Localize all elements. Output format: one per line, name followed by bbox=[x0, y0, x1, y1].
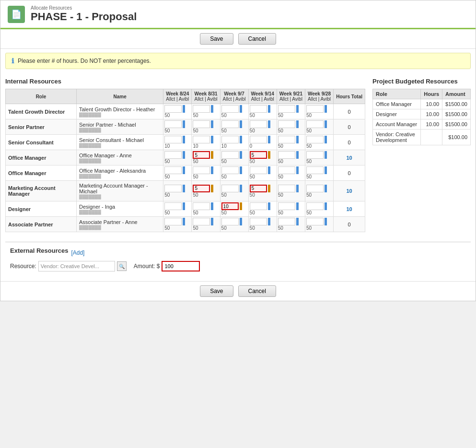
avail-bar[interactable] bbox=[296, 136, 299, 143]
avail-bar[interactable] bbox=[296, 202, 299, 210]
week-alloc-input[interactable] bbox=[193, 136, 210, 143]
avail-bar[interactable] bbox=[183, 166, 185, 174]
avail-bar[interactable] bbox=[296, 105, 299, 113]
week-alloc-input[interactable] bbox=[193, 185, 210, 192]
avail-bar[interactable] bbox=[268, 166, 270, 174]
week-alloc-input[interactable] bbox=[221, 120, 239, 128]
avail-bar[interactable] bbox=[183, 120, 185, 128]
resource-input[interactable] bbox=[38, 261, 115, 271]
week-alloc-input[interactable] bbox=[221, 166, 239, 174]
amount-input[interactable] bbox=[162, 261, 200, 271]
cancel-button-top[interactable]: Cancel bbox=[238, 33, 276, 45]
avail-bar[interactable] bbox=[183, 105, 185, 113]
avail-bar[interactable] bbox=[211, 185, 213, 192]
avail-bar[interactable] bbox=[325, 105, 327, 113]
week-alloc-input[interactable] bbox=[193, 166, 210, 174]
week-alloc-input[interactable] bbox=[250, 202, 267, 210]
week-alloc-input[interactable] bbox=[278, 218, 295, 225]
avail-bar[interactable] bbox=[183, 151, 185, 159]
week-alloc-input[interactable] bbox=[306, 151, 324, 159]
avail-bar[interactable] bbox=[268, 218, 270, 225]
week-alloc-input[interactable] bbox=[164, 120, 182, 128]
week-alloc-input[interactable] bbox=[306, 185, 324, 192]
week-alloc-input[interactable] bbox=[306, 136, 324, 143]
week-alloc-input[interactable] bbox=[250, 151, 267, 159]
week-alloc-input[interactable] bbox=[278, 151, 295, 159]
week-alloc-input[interactable] bbox=[278, 120, 295, 128]
week-alloc-input[interactable] bbox=[164, 218, 182, 225]
week-alloc-input[interactable] bbox=[278, 166, 295, 174]
avail-bar[interactable] bbox=[240, 120, 242, 128]
week-alloc-input[interactable] bbox=[250, 105, 267, 113]
week-alloc-input[interactable] bbox=[193, 202, 210, 210]
avail-bar[interactable] bbox=[211, 166, 213, 174]
avail-bar[interactable] bbox=[211, 136, 213, 143]
avail-bar[interactable] bbox=[240, 166, 242, 174]
week-alloc-input[interactable] bbox=[306, 105, 324, 113]
week-alloc-input[interactable] bbox=[306, 120, 324, 128]
avail-bar[interactable] bbox=[183, 185, 185, 192]
week-alloc-input[interactable] bbox=[164, 166, 182, 174]
week-alloc-input[interactable] bbox=[250, 166, 267, 174]
avail-bar[interactable] bbox=[211, 151, 213, 159]
avail-bar[interactable] bbox=[268, 120, 270, 128]
week-alloc-input[interactable] bbox=[164, 105, 182, 113]
week-alloc-input[interactable] bbox=[250, 185, 267, 192]
avail-bar[interactable] bbox=[183, 202, 185, 210]
save-button-top[interactable]: Save bbox=[200, 33, 233, 45]
avail-bar[interactable] bbox=[240, 202, 242, 210]
avail-bar[interactable] bbox=[296, 120, 299, 128]
week-alloc-input[interactable] bbox=[250, 136, 267, 143]
avail-bar[interactable] bbox=[211, 105, 213, 113]
avail-bar[interactable] bbox=[325, 136, 327, 143]
avail-bar[interactable] bbox=[240, 151, 242, 159]
avail-bar[interactable] bbox=[325, 151, 327, 159]
avail-bar[interactable] bbox=[268, 136, 270, 143]
week-alloc-input[interactable] bbox=[193, 105, 210, 113]
avail-bar[interactable] bbox=[268, 202, 270, 210]
avail-bar[interactable] bbox=[240, 136, 242, 143]
week-alloc-input[interactable] bbox=[306, 218, 324, 225]
cancel-button-bottom[interactable]: Cancel bbox=[238, 285, 276, 297]
add-external-link[interactable]: [Add] bbox=[71, 249, 84, 256]
week-alloc-input[interactable] bbox=[306, 166, 324, 174]
week-alloc-input[interactable] bbox=[164, 136, 182, 143]
week-alloc-input[interactable] bbox=[221, 151, 239, 159]
week-alloc-input[interactable] bbox=[221, 185, 239, 192]
week-alloc-input[interactable] bbox=[164, 202, 182, 210]
avail-bar[interactable] bbox=[211, 120, 213, 128]
week-alloc-input[interactable] bbox=[221, 218, 239, 225]
week-alloc-input[interactable] bbox=[278, 202, 295, 210]
avail-bar[interactable] bbox=[325, 166, 327, 174]
avail-bar[interactable] bbox=[183, 136, 185, 143]
avail-bar[interactable] bbox=[268, 185, 270, 192]
avail-bar[interactable] bbox=[296, 185, 299, 192]
avail-bar[interactable] bbox=[296, 218, 299, 225]
save-button-bottom[interactable]: Save bbox=[200, 285, 233, 297]
week-alloc-input[interactable] bbox=[221, 136, 239, 143]
week-alloc-input[interactable] bbox=[278, 105, 295, 113]
week-alloc-input[interactable] bbox=[164, 185, 182, 192]
avail-bar[interactable] bbox=[211, 218, 213, 225]
avail-bar[interactable] bbox=[325, 202, 327, 210]
week-alloc-input[interactable] bbox=[278, 185, 295, 192]
week-alloc-input[interactable] bbox=[164, 151, 182, 159]
avail-bar[interactable] bbox=[325, 185, 327, 192]
avail-bar[interactable] bbox=[268, 151, 270, 159]
week-alloc-input[interactable] bbox=[250, 218, 267, 225]
avail-bar[interactable] bbox=[240, 105, 242, 113]
avail-bar[interactable] bbox=[325, 218, 327, 225]
week-alloc-input[interactable] bbox=[193, 218, 210, 225]
week-alloc-input[interactable] bbox=[221, 105, 239, 113]
week-alloc-input[interactable] bbox=[221, 202, 239, 210]
week-alloc-input[interactable] bbox=[306, 202, 324, 210]
avail-bar[interactable] bbox=[183, 218, 185, 225]
avail-bar[interactable] bbox=[268, 105, 270, 113]
avail-bar[interactable] bbox=[296, 151, 299, 159]
search-icon-btn[interactable]: 🔍 bbox=[117, 261, 127, 271]
avail-bar[interactable] bbox=[240, 218, 242, 225]
week-alloc-input[interactable] bbox=[193, 120, 210, 128]
avail-bar[interactable] bbox=[296, 166, 299, 174]
week-alloc-input[interactable] bbox=[278, 136, 295, 143]
avail-bar[interactable] bbox=[325, 120, 327, 128]
